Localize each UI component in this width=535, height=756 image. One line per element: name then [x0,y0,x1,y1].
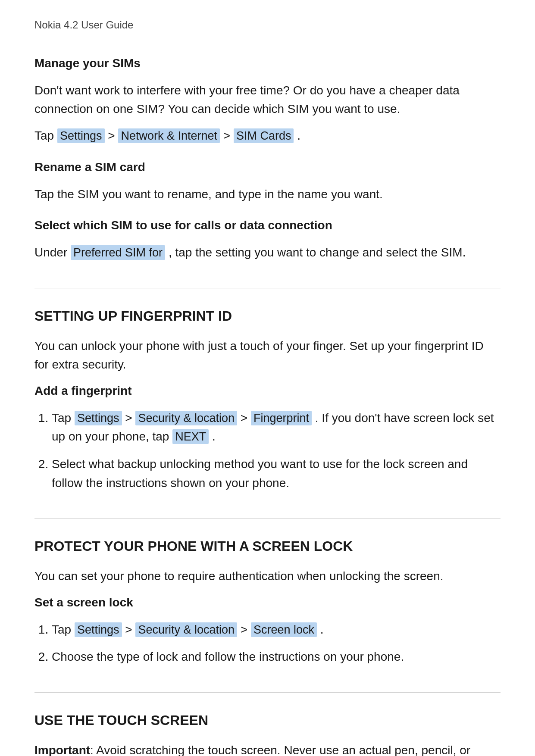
rename-sim-body: Tap the SIM you want to rename, and type… [34,185,501,203]
select-sim-body: Under Preferred SIM for , tap the settin… [34,243,501,262]
network-internet-highlight: Network & Internet [118,128,220,143]
add-fingerprint-heading: Add a fingerprint [34,382,501,400]
tap-suffix: . [297,129,300,142]
set-screenlock-heading: Set a screen lock [34,594,501,612]
section-select-sim: Select which SIM to use for calls or dat… [34,216,501,262]
tap-label: Tap [34,129,54,142]
rename-sim-heading: Rename a SIM card [34,158,501,176]
sl-settings-highlight: Settings [75,622,122,637]
section-touchscreen: USE THE TOUCH SCREEN Important: Avoid sc… [34,692,501,756]
sl-security-highlight: Security & location [135,622,237,637]
touchscreen-important: Important [34,744,90,756]
section-fingerprint: SETTING UP FINGERPRINT ID You can unlock… [34,288,501,492]
sl-arrow2: > [241,623,247,636]
sl-arrow1: > [125,623,132,636]
fp-step1-tap: Tap [52,411,71,425]
section-rename-sim: Rename a SIM card Tap the SIM you want t… [34,158,501,203]
manage-sims-tap-line: Tap Settings > Network & Internet > SIM … [34,126,501,145]
screenlock-section-title: PROTECT YOUR PHONE WITH A SCREEN LOCK [34,518,501,556]
fp-fingerprint-highlight: Fingerprint [251,411,312,425]
header-title: Nokia 4.2 User Guide [34,17,501,33]
screenlock-intro: You can set your phone to require authen… [34,567,501,585]
arrow-1: > [108,129,115,142]
manage-sims-body: Don't want work to interfere with your f… [34,81,501,119]
fp-security-highlight: Security & location [135,411,237,425]
fp-step1-end: . [212,430,216,443]
manage-sims-heading: Manage your SIMs [34,54,501,72]
fingerprint-steps: Tap Settings > Security & location > Fin… [52,409,501,492]
sl-step1-end: . [320,623,324,636]
arrow-2: > [223,129,230,142]
fp-arrow2: > [241,411,247,425]
preferred-sim-highlight: Preferred SIM for [71,245,165,260]
sl-step1-tap: Tap [52,623,71,636]
section-manage-sims: Manage your SIMs Don't want work to inte… [34,54,501,145]
fp-next-highlight: NEXT [172,429,209,444]
select-sim-prefix: Under [34,246,67,259]
touchscreen-body-text: : Avoid scratching the touch screen. Nev… [34,744,470,756]
fingerprint-intro: You can unlock your phone with just a to… [34,337,501,374]
screenlock-steps: Tap Settings > Security & location > Scr… [52,620,501,666]
section-screenlock: PROTECT YOUR PHONE WITH A SCREEN LOCK Yo… [34,518,501,666]
select-sim-suffix: , tap the setting you want to change and… [169,246,466,259]
screenlock-step-1: Tap Settings > Security & location > Scr… [52,620,501,639]
touchscreen-body: Important: Avoid scratching the touch sc… [34,741,501,756]
touchscreen-section-title: USE THE TOUCH SCREEN [34,692,501,731]
fingerprint-step-1: Tap Settings > Security & location > Fin… [52,409,501,447]
fingerprint-step-2: Select what backup unlocking method you … [52,455,501,492]
select-sim-heading: Select which SIM to use for calls or dat… [34,216,501,234]
sim-cards-highlight: SIM Cards [234,128,294,143]
screenlock-step-2: Choose the type of lock and follow the i… [52,647,501,666]
settings-highlight-1: Settings [57,128,105,143]
sl-screenlock-highlight: Screen lock [251,622,317,637]
fp-settings-highlight: Settings [75,411,122,425]
fp-arrow1: > [125,411,132,425]
fingerprint-section-title: SETTING UP FINGERPRINT ID [34,288,501,326]
